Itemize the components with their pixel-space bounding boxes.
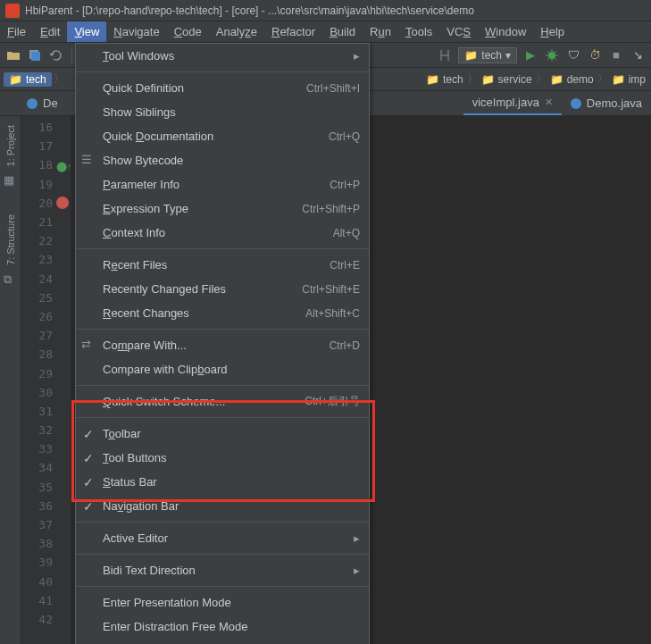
menu-recently-changed[interactable]: Recently Changed FilesCtrl+Shift+E (76, 277, 369, 301)
line-number: 19 (21, 175, 71, 194)
crumb-demo[interactable]: 📁demo (548, 73, 596, 86)
line-number: 30 (21, 383, 71, 402)
menu-param-info[interactable]: Parameter InfoCtrl+P (76, 172, 369, 197)
app-icon (5, 4, 20, 18)
line-number: 24 (21, 270, 71, 289)
close-icon[interactable]: ✕ (545, 96, 553, 108)
crumb-service[interactable]: 📁service (480, 73, 534, 86)
menu-full-screen[interactable]: Enter Full Screen (76, 639, 369, 644)
refresh-icon[interactable] (48, 47, 64, 63)
check-icon: ✓ (83, 427, 94, 441)
class-icon (27, 98, 38, 109)
line-number: 41 (21, 591, 71, 610)
menu-bidi[interactable]: Bidi Text Direction▸ (76, 558, 369, 582)
menu-run[interactable]: Run (363, 21, 398, 42)
check-icon: ✓ (83, 451, 94, 465)
line-number: 20 (21, 194, 71, 213)
menu-context-info[interactable]: Context InfoAlt+Q (76, 221, 369, 245)
menu-distraction-free[interactable]: Enter Distraction Free Mode (76, 615, 369, 639)
project-icon[interactable]: ▦ (4, 173, 18, 188)
menu-active-editor[interactable]: Active Editor▸ (76, 526, 369, 550)
editor-gutter: 161718⬤↑19202122232425262728293031323334… (21, 116, 71, 644)
line-number: 34 (21, 458, 71, 477)
submenu-arrow-icon: ▸ (354, 531, 360, 545)
menu-navigate[interactable]: Navigate (106, 21, 166, 42)
menu-tools[interactable]: Tools (398, 21, 439, 42)
menu-help[interactable]: Help (533, 21, 572, 42)
menu-refactor[interactable]: Refactor (264, 21, 322, 42)
class-icon (571, 98, 581, 109)
title-bar: HbiParent - [D:\repo-hand\repo-tech\tech… (0, 0, 651, 21)
line-number: 27 (21, 326, 71, 345)
menu-expression-type[interactable]: Expression TypeCtrl+Shift+P (76, 197, 369, 221)
check-icon: ✓ (83, 475, 94, 489)
menu-recent-files[interactable]: Recent FilesCtrl+E (76, 253, 369, 277)
line-number: 38 (21, 534, 71, 553)
line-number: 39 (21, 553, 71, 572)
menu-status-bar-toggle[interactable]: ✓Status Bar (76, 470, 369, 494)
menu-file[interactable]: File (0, 21, 33, 42)
tab-impl[interactable]: viceImpl.java✕ (463, 91, 562, 115)
tab-1[interactable]: De (0, 91, 67, 115)
line-number: 36 (21, 497, 71, 515)
menu-quick-definition[interactable]: Quick DefinitionCtrl+Shift+I (76, 76, 369, 100)
save-all-icon[interactable] (27, 47, 43, 63)
window-title: HbiParent - [D:\repo-hand\repo-tech\tech… (25, 4, 474, 17)
line-number: 33 (21, 439, 71, 458)
menu-window[interactable]: Window (478, 21, 533, 42)
menu-show-bytecode[interactable]: ☰Show Bytecode (76, 148, 369, 172)
menu-analyze[interactable]: Analyze (209, 21, 264, 42)
menu-show-siblings[interactable]: Show Siblings (76, 100, 369, 124)
line-number: 26 (21, 307, 71, 326)
check-icon: ✓ (83, 499, 94, 514)
profile-icon[interactable]: ⏱ (587, 47, 603, 63)
tab-demo[interactable]: Demo.java (562, 91, 651, 115)
left-toolbar: 1: Project ▦ 7: Structure ⧉ (0, 116, 21, 644)
run-config-selector[interactable]: 📁 tech ▾ (458, 47, 517, 63)
open-icon[interactable] (5, 47, 21, 63)
menu-build[interactable]: Build (322, 21, 363, 42)
line-number: 35 (21, 478, 71, 497)
menu-bar: File Edit View Navigate Code Analyze Ref… (0, 21, 651, 43)
run-config-label: tech (481, 49, 502, 62)
menu-vcs[interactable]: VCS (439, 21, 478, 42)
structure-icon[interactable]: ⧉ (4, 272, 18, 287)
menu-nav-bar-toggle[interactable]: ✓Navigation Bar (76, 494, 369, 518)
run-icon[interactable]: ▶ (522, 47, 538, 63)
line-number: 37 (21, 515, 71, 534)
menu-toolbar-toggle[interactable]: ✓Toolbar (76, 422, 369, 446)
svg-point-2 (548, 52, 555, 59)
menu-quick-doc[interactable]: Quick DocumentationCtrl+Q (76, 124, 369, 148)
vcs-icon[interactable] (437, 47, 453, 63)
menu-tool-buttons-toggle[interactable]: ✓Tool Buttons (76, 446, 369, 470)
crumb-tech[interactable]: 📁tech (424, 73, 465, 86)
tool-structure[interactable]: 7: Structure (5, 209, 16, 271)
line-number: 25 (21, 289, 71, 307)
menu-edit[interactable]: Edit (33, 21, 67, 42)
line-number: 28 (21, 345, 71, 364)
tool-project[interactable]: 1: Project (5, 120, 16, 171)
coverage-icon[interactable]: 🛡 (565, 47, 581, 63)
module-tag[interactable]: 📁tech (4, 72, 52, 87)
menu-compare-clipboard[interactable]: Compare with Clipboard (76, 357, 369, 381)
menu-tool-windows[interactable]: Tool Windows▸ (76, 44, 369, 68)
menu-presentation-mode[interactable]: Enter Presentation Mode (76, 590, 369, 615)
menu-quick-switch[interactable]: Quick Switch Scheme...Ctrl+后引号 (76, 389, 369, 414)
debug-icon[interactable] (544, 47, 560, 63)
line-number: 31 (21, 402, 71, 421)
menu-compare-with[interactable]: ⇄Compare With...Ctrl+D (76, 333, 369, 357)
submenu-arrow-icon: ▸ (354, 49, 360, 63)
svg-rect-1 (31, 52, 40, 61)
line-number: 29 (21, 364, 71, 382)
stop-icon[interactable]: ■ (608, 47, 624, 63)
crumb-imp[interactable]: 📁imp (610, 73, 647, 86)
line-number: 17 (21, 137, 71, 155)
line-number: 22 (21, 231, 71, 250)
menu-recent-changes[interactable]: Recent ChangesAlt+Shift+C (76, 301, 369, 325)
attach-icon[interactable]: ↘ (630, 47, 646, 63)
menu-code[interactable]: Code (167, 21, 209, 42)
line-number: 32 (21, 421, 71, 439)
menu-view[interactable]: View (67, 21, 106, 42)
chevron-down-icon: ▾ (505, 49, 511, 62)
folder-icon: 📁 (464, 49, 478, 62)
